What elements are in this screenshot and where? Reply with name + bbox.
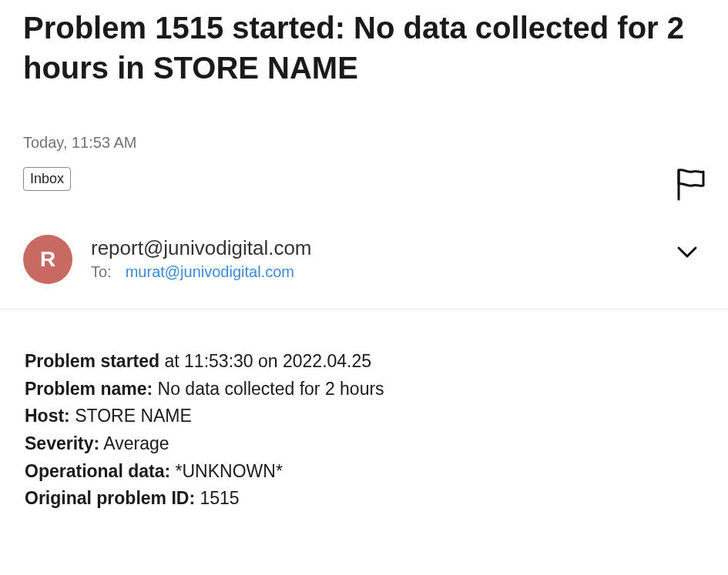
original-problem-id-label: Original problem ID:	[25, 488, 195, 508]
host-label: Host:	[25, 406, 70, 426]
sender-avatar[interactable]: R	[23, 235, 72, 284]
chevron-down-icon	[676, 244, 699, 259]
sender-info: report@junivodigital.com To: murat@juniv…	[91, 235, 657, 281]
problem-name-label: Problem name:	[25, 379, 153, 399]
problem-name-value: No data collected for 2 hours	[153, 379, 384, 399]
folder-chip[interactable]: Inbox	[23, 167, 71, 191]
operational-data-value: *UNKNOWN*	[170, 461, 283, 481]
email-subject: Problem 1515 started: No data collected …	[23, 8, 705, 88]
sender-row: R report@junivodigital.com To: murat@jun…	[23, 235, 705, 284]
recipient-email[interactable]: murat@junivodigital.com	[126, 263, 294, 281]
recipient-row: To: murat@junivodigital.com	[91, 263, 657, 281]
body-line-problem-name: Problem name: No data collected for 2 ho…	[25, 376, 705, 403]
body-line-severity: Severity: Average	[25, 430, 705, 458]
flag-button[interactable]	[674, 167, 705, 204]
meta-row: Inbox	[23, 167, 705, 204]
sender-email[interactable]: report@junivodigital.com	[91, 236, 657, 260]
expand-details-button[interactable]	[676, 235, 705, 262]
host-value: STORE NAME	[70, 406, 192, 426]
operational-data-label: Operational data:	[25, 461, 170, 481]
email-timestamp: Today, 11:53 AM	[23, 134, 705, 152]
body-line-original-problem-id: Original problem ID: 1515	[25, 485, 705, 513]
to-label: To:	[91, 263, 112, 281]
problem-started-value: at 11:53:30 on 2022.04.25	[159, 351, 371, 371]
email-body: Problem started at 11:53:30 on 2022.04.2…	[23, 348, 705, 513]
body-line-operational-data: Operational data: *UNKNOWN*	[25, 458, 705, 486]
severity-label: Severity:	[25, 433, 99, 453]
body-line-problem-started: Problem started at 11:53:30 on 2022.04.2…	[25, 348, 705, 376]
body-line-host: Host: STORE NAME	[25, 403, 705, 430]
problem-started-label: Problem started	[25, 351, 159, 371]
flag-icon	[674, 167, 705, 201]
original-problem-id-value: 1515	[195, 488, 240, 508]
divider	[0, 309, 728, 309]
severity-value: Average	[99, 433, 169, 453]
